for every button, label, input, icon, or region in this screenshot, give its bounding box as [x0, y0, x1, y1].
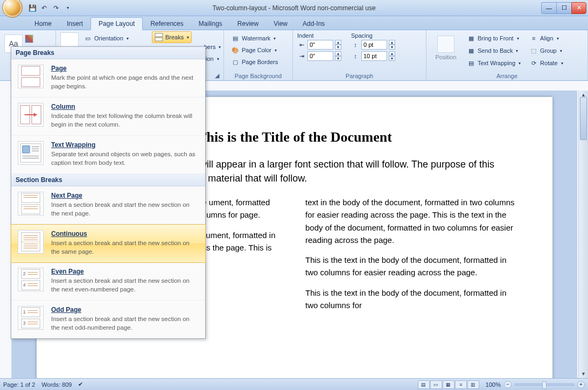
- breaks-item-title: Page: [51, 65, 199, 72]
- spacing-after-icon: ↕: [351, 52, 360, 60]
- breaks-item-title: Text Wrapping: [51, 141, 199, 149]
- indent-left-icon: ⇤: [297, 40, 306, 49]
- svg-text:2: 2: [23, 271, 26, 277]
- scrollbar-thumb[interactable]: [580, 97, 587, 140]
- watermark-button[interactable]: ▤Watermark▾: [228, 32, 288, 44]
- zoom-slider-knob[interactable]: [542, 381, 547, 389]
- page-borders-button[interactable]: ▢Page Borders: [228, 56, 288, 68]
- office-button[interactable]: [2, 0, 23, 18]
- stepper-down-icon[interactable]: ▼: [335, 45, 341, 50]
- orientation-button[interactable]: ▭ Orientation▾: [81, 32, 131, 44]
- indent-left-field[interactable]: [307, 40, 333, 50]
- align-button[interactable]: ≡Align▾: [527, 32, 565, 44]
- breaks-item-continuous[interactable]: Continuous Insert a section break and st…: [11, 224, 206, 263]
- breaks-item-even-page[interactable]: 24 Even Page Insert a section break and …: [11, 262, 205, 301]
- save-icon[interactable]: 💾: [28, 4, 37, 12]
- minimize-button[interactable]: —: [541, 2, 556, 14]
- tab-page-layout[interactable]: Page Layout: [90, 17, 143, 30]
- breaks-label: Breaks: [165, 34, 184, 40]
- tab-review[interactable]: Review: [230, 18, 266, 30]
- group-icon: ⬚: [529, 46, 538, 55]
- zoom-in-button[interactable]: +: [577, 381, 585, 388]
- breaks-icon: [155, 33, 163, 41]
- bring-to-front-button[interactable]: ▦Bring to Front▾: [464, 32, 523, 44]
- draft-view-button[interactable]: ▥: [467, 380, 479, 389]
- odd-page-break-icon: 13: [18, 306, 44, 330]
- scroll-down-icon[interactable]: ▼: [579, 370, 588, 378]
- breaks-section-header: Section Breaks: [11, 174, 205, 186]
- undo-icon[interactable]: ↶: [40, 4, 48, 12]
- group-paragraph: Indent ⇤ ▲▼ ⇥ ▲▼ Spacing ↕ ▲▼: [293, 30, 426, 80]
- zoom-value[interactable]: 100%: [486, 381, 501, 388]
- breaks-item-title: Column: [51, 103, 199, 110]
- redo-icon[interactable]: ↷: [52, 4, 60, 12]
- outline-view-button[interactable]: ≡: [455, 380, 467, 389]
- page-borders-icon: ▢: [231, 58, 240, 66]
- status-page[interactable]: Page: 1 of 2: [3, 381, 35, 388]
- body-paragraph[interactable]: This is the text in the body of the docu…: [305, 254, 515, 279]
- svg-text:4: 4: [23, 283, 26, 288]
- breaks-button[interactable]: Breaks▾: [152, 31, 192, 43]
- rotate-icon: ⟳: [529, 59, 538, 67]
- page-color-button[interactable]: 🎨Page Color▾: [228, 44, 288, 56]
- indent-left-stepper[interactable]: ⇤ ▲▼: [297, 40, 341, 50]
- spacing-before-field[interactable]: [361, 40, 387, 50]
- breaks-item-next-page[interactable]: Next Page Insert a section break and sta…: [11, 186, 205, 225]
- close-button[interactable]: ✕: [571, 2, 586, 14]
- tab-addins[interactable]: Add-Ins: [295, 18, 332, 30]
- print-layout-view-button[interactable]: ▤: [418, 380, 430, 389]
- vertical-ruler[interactable]: [0, 81, 12, 378]
- vertical-scrollbar[interactable]: ▲ ▼: [578, 90, 588, 378]
- web-layout-view-button[interactable]: ▦: [443, 380, 454, 389]
- rotate-button[interactable]: ⟳Rotate▾: [527, 57, 565, 69]
- breaks-dropdown: Page Breaks Page Mark the point at which…: [11, 46, 206, 339]
- spacing-after-field[interactable]: [361, 51, 387, 61]
- spacing-after-stepper[interactable]: ↕ ▲▼: [351, 51, 395, 61]
- status-words[interactable]: Words: 809: [41, 381, 72, 388]
- tab-references[interactable]: References: [143, 18, 191, 30]
- proofing-icon[interactable]: ✔: [78, 381, 83, 388]
- theme-colors-icon[interactable]: [25, 34, 33, 43]
- breaks-item-text-wrapping[interactable]: Text Wrapping Separate text around objec…: [11, 136, 205, 174]
- continuous-break-icon: [18, 230, 44, 254]
- column-break-icon: [18, 103, 44, 127]
- group-objects-button[interactable]: ⬚Group▾: [527, 45, 565, 57]
- qat-more-icon[interactable]: ▾: [64, 4, 72, 12]
- breaks-item-odd-page[interactable]: 13 Odd Page Insert a section break and s…: [11, 301, 205, 338]
- text-wrapping-button[interactable]: ▤Text Wrapping▾: [464, 57, 523, 69]
- body-paragraph[interactable]: text in the body of the document, format…: [305, 196, 515, 246]
- text-wrap-break-icon: [18, 141, 44, 165]
- maximize-button[interactable]: ☐: [556, 2, 571, 14]
- dialog-launcher-icon[interactable]: ◢: [215, 71, 219, 79]
- indent-right-field[interactable]: [307, 51, 333, 61]
- tab-mailings[interactable]: Mailings: [191, 18, 230, 30]
- indent-right-stepper[interactable]: ⇥ ▲▼: [297, 51, 341, 61]
- send-back-icon: ▦: [467, 46, 475, 55]
- svg-rect-15: [22, 205, 40, 214]
- full-screen-view-button[interactable]: ▭: [430, 380, 442, 389]
- position-icon: [437, 36, 454, 53]
- svg-rect-2: [22, 66, 40, 75]
- body-paragraph[interactable]: This is the text in the body of the docu…: [305, 287, 515, 312]
- zoom-out-button[interactable]: −: [504, 381, 512, 388]
- title-bar: 💾 ↶ ↷ ▾ Two-column-layout - Microsoft Wo…: [0, 0, 588, 16]
- page-break-icon: [18, 65, 44, 88]
- breaks-item-page[interactable]: Page Mark the point at which one page en…: [11, 59, 205, 98]
- breaks-item-desc: Insert a section break and start the new…: [51, 239, 199, 256]
- tab-view[interactable]: View: [266, 18, 295, 30]
- position-button[interactable]: Position: [431, 32, 461, 69]
- column-right[interactable]: text in the body of the document, format…: [305, 196, 515, 319]
- breaks-item-column[interactable]: Column Indicate that the text following …: [11, 98, 205, 136]
- zoom-control: 100% − +: [486, 381, 585, 388]
- ribbon-tabs: Home Insert Page Layout References Maili…: [0, 16, 588, 30]
- status-bar: Page: 1 of 2 Words: 809 ✔ ▤ ▭ ▦ ≡ ▥ 100%…: [0, 378, 588, 390]
- breaks-page-header: Page Breaks: [11, 47, 205, 59]
- tab-home[interactable]: Home: [27, 18, 59, 30]
- breaks-item-desc: Insert a section break and start the new…: [51, 201, 199, 218]
- stepper-up-icon[interactable]: ▲: [335, 40, 341, 45]
- tab-insert[interactable]: Insert: [59, 18, 90, 30]
- spacing-before-stepper[interactable]: ↕ ▲▼: [351, 40, 395, 50]
- send-to-back-button[interactable]: ▦Send to Back▾: [464, 45, 523, 57]
- zoom-slider[interactable]: [515, 384, 574, 386]
- breaks-item-title: Continuous: [51, 230, 199, 238]
